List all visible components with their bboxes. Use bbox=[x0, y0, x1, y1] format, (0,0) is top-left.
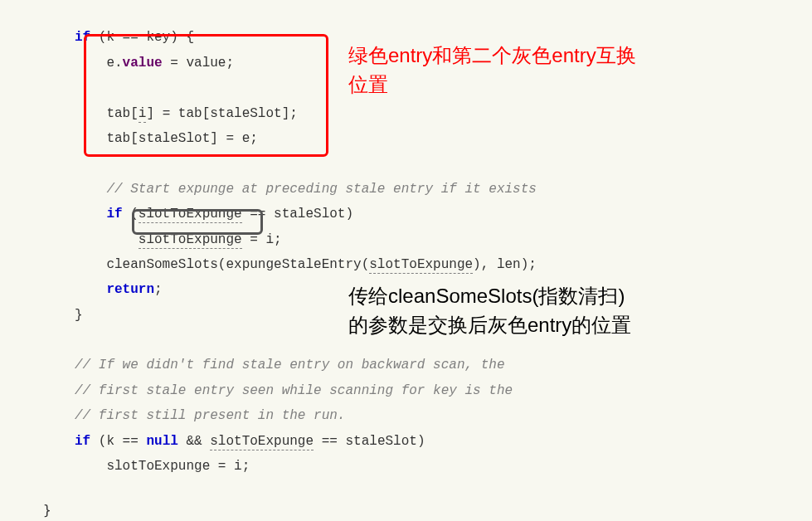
var-slotToExpunge: slotToExpunge bbox=[139, 207, 242, 223]
code-comment: // If we didn't find stale entry on back… bbox=[75, 358, 504, 372]
keyword-if: if bbox=[106, 207, 122, 222]
var-slotToExpunge: slotToExpunge bbox=[369, 257, 473, 274]
keyword-return: return bbox=[106, 282, 154, 297]
code-comment: // first stale entry seen while scanning… bbox=[75, 383, 513, 398]
code-text: == staleSlot) bbox=[242, 207, 353, 222]
keyword-if: if bbox=[75, 434, 90, 449]
code-text: tab[staleSlot] = e; bbox=[106, 131, 257, 146]
annotation-line: 位置 bbox=[348, 73, 388, 95]
annotation-line: 传给cleanSomeSlots(指数清扫) bbox=[348, 285, 625, 307]
field-value: value bbox=[123, 56, 163, 71]
annotation-line: 绿色entry和第二个灰色entry互换 bbox=[348, 44, 636, 66]
code-comment: // first still present in the run. bbox=[75, 408, 345, 423]
brace-close-outer: } bbox=[43, 498, 51, 521]
var-slotToExpunge: slotToExpunge bbox=[210, 434, 314, 450]
code-text: && bbox=[178, 434, 210, 449]
code-text: = value; bbox=[163, 56, 234, 71]
code-text: ; bbox=[154, 282, 163, 297]
code-text: slotToExpunge = i; bbox=[106, 459, 250, 474]
brace-close: } bbox=[75, 308, 83, 323]
code-text: (k == bbox=[90, 434, 146, 449]
code-text: cleanSomeSlots(expungeStaleEntry( bbox=[106, 257, 369, 272]
code-text: (k == key) { bbox=[90, 30, 194, 45]
code-comment: // Start expunge at preceding stale entr… bbox=[106, 182, 536, 197]
var-slotToExpunge: slotToExpunge bbox=[139, 232, 242, 249]
keyword-if: if bbox=[75, 30, 90, 45]
code-text: ( bbox=[123, 207, 139, 222]
annotation-red: 绿色entry和第二个灰色entry互换 位置 bbox=[348, 41, 812, 100]
keyword-null: null bbox=[146, 434, 177, 449]
code-text: ] = tab[staleSlot]; bbox=[146, 106, 297, 121]
annotation-black: 传给cleanSomeSlots(指数清扫) 的参数是交换后灰色entry的位置 bbox=[348, 282, 812, 340]
code-text: == staleSlot) bbox=[314, 434, 425, 449]
code-text: tab[ bbox=[106, 106, 138, 121]
annotation-line: 的参数是交换后灰色entry的位置 bbox=[348, 314, 631, 336]
code-text: = i; bbox=[242, 232, 282, 247]
var-i: i bbox=[139, 106, 147, 123]
code-text: e. bbox=[106, 56, 122, 71]
code-text: ), len); bbox=[473, 257, 537, 272]
